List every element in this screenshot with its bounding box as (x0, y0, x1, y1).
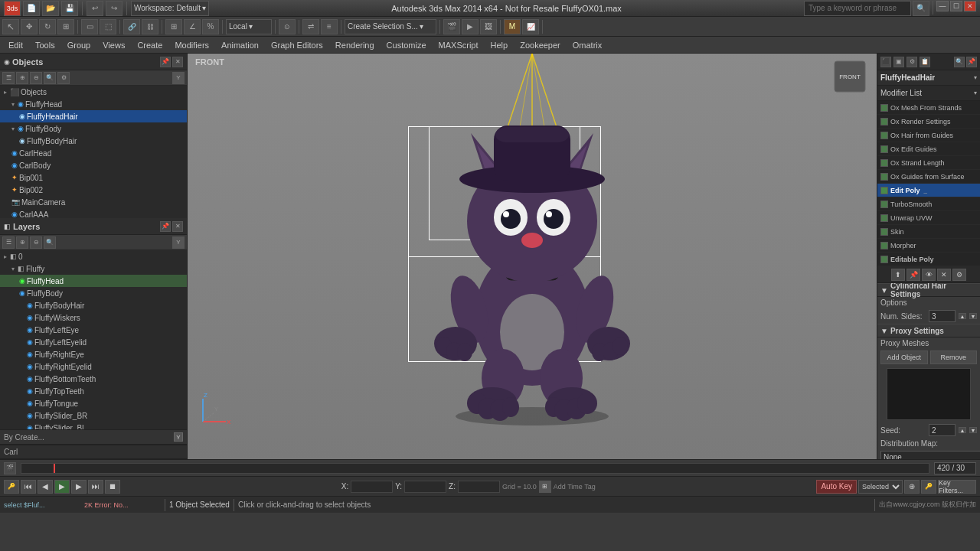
menu-zookeeper[interactable]: Zookeeper (514, 37, 567, 54)
layer-tree-fluffytopteeth[interactable]: ◉ FluffyTopTeeth (0, 385, 187, 397)
layer-tree-fluffylefteyelid[interactable]: ◉ FluffyLeftEyelid (0, 336, 187, 348)
mod-check-morpher[interactable] (880, 242, 888, 249)
angle-snap[interactable]: ∠ (184, 19, 201, 34)
layer-tree-fluffysliderbl[interactable]: ◉ FluffySlider_BL (0, 422, 187, 429)
layer-tool-1[interactable]: ☰ (2, 236, 15, 249)
move-tool[interactable]: ✥ (21, 19, 38, 34)
next-frame-btn[interactable]: ▶ (71, 480, 87, 494)
layer-tool-4[interactable]: 🔍 (44, 236, 56, 249)
undo-button[interactable]: ↩ (87, 1, 103, 16)
stop-btn[interactable]: ⏹ (105, 480, 120, 494)
redo-button[interactable]: ↪ (106, 1, 122, 16)
layer-tree-fluffylefteye[interactable]: ◉ FluffyLeftEye (0, 324, 187, 336)
mod-check-ox-guides[interactable] (880, 173, 888, 181)
menu-create[interactable]: Create (131, 37, 168, 54)
obj-tool-5[interactable]: ⚙ (57, 72, 70, 84)
mod-item-ox-guides[interactable]: Ox Guides from Surface (877, 170, 980, 184)
layer-tree-fluffytongue[interactable]: ◉ FluffyTongue (0, 397, 187, 409)
key-mode-btn[interactable]: 🔑 (921, 480, 936, 494)
obj-tree-bip002[interactable]: ✦ Bip002 (0, 184, 187, 196)
num-sides-spin-up[interactable]: ▲ (959, 313, 966, 319)
mod-item-editable-poly[interactable]: Editable Poly (877, 253, 980, 266)
by-create-filter[interactable]: Y (174, 432, 183, 442)
obj-tool-4[interactable]: 🔍 (44, 72, 56, 84)
mod-check-skin[interactable] (880, 228, 888, 236)
rpanel-icon-1[interactable]: ⬛ (880, 57, 891, 67)
percent-snap[interactable]: % (202, 19, 219, 34)
menu-edit[interactable]: Edit (2, 37, 29, 54)
mod-item-ox-edit[interactable]: Ox Edit Guides (877, 142, 980, 156)
layers-panel-close[interactable]: ✕ (172, 221, 183, 232)
mod-tool-delete[interactable]: ✕ (937, 269, 951, 281)
keyframe-add-btn[interactable]: ⊕ (904, 480, 920, 494)
remove-button[interactable]: Remove (930, 350, 978, 364)
obj-tree-fluffyhead[interactable]: ▾ ◉ FluffyHead (0, 98, 187, 110)
render-frame-btn[interactable]: 🖼 (480, 19, 497, 34)
curve-editor-btn[interactable]: 📈 (522, 19, 539, 34)
add-object-button[interactable]: Add Object (880, 350, 928, 364)
search-input[interactable] (804, 1, 911, 16)
dist-map-input[interactable] (880, 451, 980, 459)
minimize-button[interactable]: — (936, 1, 949, 11)
obj-tree-carlhead[interactable]: ◉ CarlHead (0, 147, 187, 159)
objects-panel-close[interactable]: ✕ (172, 57, 183, 67)
play-btn[interactable]: ▶ (54, 480, 70, 494)
rpanel-icon-4[interactable]: 📋 (920, 57, 930, 67)
frame-number-input[interactable] (934, 462, 976, 474)
menu-customize[interactable]: Customize (381, 37, 433, 54)
mod-check-editable-poly[interactable] (880, 256, 888, 263)
mod-check-ox-mesh[interactable] (880, 104, 888, 112)
mod-tool-show[interactable]: 👁 (922, 269, 936, 281)
mod-tool-configure[interactable]: ⚙ (952, 269, 966, 281)
mod-item-skin[interactable]: Skin (877, 225, 980, 239)
select-tool[interactable]: ↖ (2, 19, 19, 34)
mod-check-edit-poly[interactable] (880, 187, 888, 194)
mod-item-edit-poly[interactable]: Edit Poly _ (877, 184, 980, 197)
layer-tree-fluffybody[interactable]: ◉ FluffyBody (0, 287, 187, 299)
mod-tool-move-up[interactable]: ⬆ (891, 269, 905, 281)
scale-tool[interactable]: ⊞ (57, 19, 74, 34)
menu-rendering[interactable]: Rendering (329, 37, 381, 54)
seed-spin-dn[interactable]: ▼ (969, 427, 977, 433)
obj-tool-3[interactable]: ⊖ (30, 72, 42, 84)
viewport[interactable]: FRONT (188, 54, 877, 459)
seed-spin-up[interactable]: ▲ (959, 427, 966, 433)
layer-tree-fluffybottomteeth[interactable]: ◉ FluffyBottomTeeth (0, 373, 187, 385)
rpanel-icon-3[interactable]: ⚙ (906, 57, 917, 67)
open-button[interactable]: 📂 (42, 1, 59, 16)
save-button[interactable]: 💾 (61, 1, 78, 16)
select-window[interactable]: ⬚ (100, 19, 116, 34)
layer-filter[interactable]: Y (172, 236, 185, 249)
mod-item-morpher[interactable]: Morpher (877, 239, 980, 253)
layer-tree-0[interactable]: ▸ ◧ 0 (0, 250, 187, 262)
rpanel-icon-2[interactable]: ▣ (893, 57, 904, 67)
rpanel-icon-5[interactable]: 🔍 (954, 57, 965, 67)
layer-tree-fluffy[interactable]: ▾ ◧ Fluffy (0, 262, 187, 275)
obj-tree-bip001[interactable]: ✦ Bip001 (0, 171, 187, 184)
snap-toggle[interactable]: ⊞ (165, 19, 182, 34)
obj-tool-filter[interactable]: Y (172, 72, 185, 84)
unlink-tool[interactable]: ⛓ (142, 19, 158, 34)
num-sides-input[interactable] (929, 310, 956, 322)
layer-tree-fluffyhead[interactable]: ◉ FluffyHead (0, 275, 187, 287)
obj-tree-maincam[interactable]: 📷 MainCamera (0, 196, 187, 208)
maximize-button[interactable]: ☐ (950, 1, 962, 11)
mod-item-ox-render[interactable]: Ox Render Settings (877, 115, 980, 129)
menu-maxscript[interactable]: MAXScript (433, 37, 485, 54)
obj-tree-fluffybody[interactable]: ▾ ◉ FluffyBody (0, 122, 187, 135)
select-region[interactable]: ▭ (81, 19, 98, 34)
render-btn[interactable]: ▶ (462, 19, 479, 34)
objects-panel-pin[interactable]: 📌 (160, 57, 171, 67)
rotate-tool[interactable]: ↻ (39, 19, 56, 34)
proxy-settings-section[interactable]: ▼ Proxy Settings (877, 324, 980, 337)
mod-check-ox-render[interactable] (880, 118, 888, 126)
obj-tree-root[interactable]: ▸ ⬛ Objects (0, 86, 187, 98)
mod-item-ox-strand[interactable]: Ox Strand Length (877, 156, 980, 170)
mod-item-ox-mesh[interactable]: Ox Mesh From Strands (877, 101, 980, 115)
mod-item-turbosmooth[interactable]: TurboSmooth (877, 197, 980, 211)
mod-check-ox-edit[interactable] (880, 145, 888, 153)
layer-tree-fluffyrighteyelid[interactable]: ◉ FluffyRightEyelid (0, 360, 187, 373)
close-button[interactable]: ✕ (964, 1, 976, 11)
prev-frame-btn[interactable]: ◀ (38, 480, 53, 494)
obj-tree-carlaaa[interactable]: ◉ CarlAAA (0, 208, 187, 218)
